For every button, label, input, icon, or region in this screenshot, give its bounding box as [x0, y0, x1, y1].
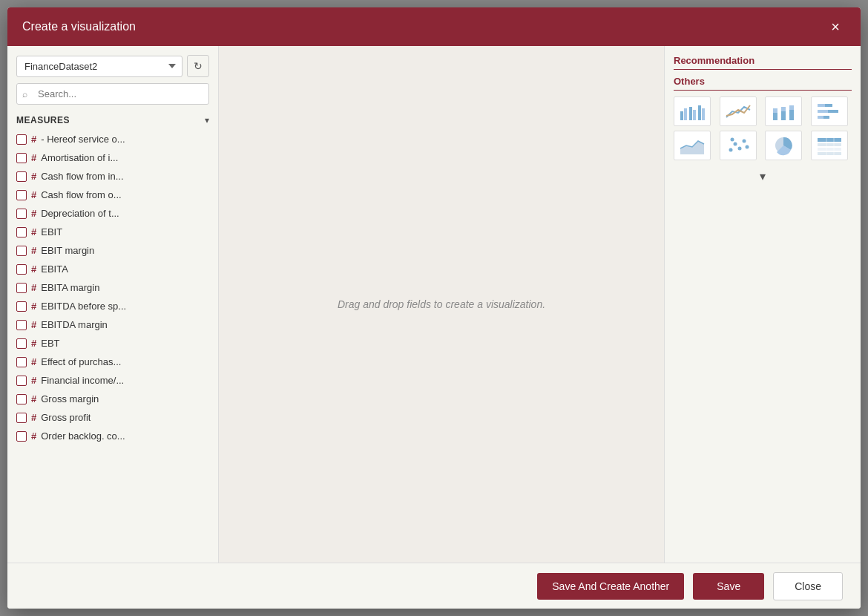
measure-checkbox[interactable]	[16, 357, 27, 367]
list-item[interactable]: # EBITDA margin	[7, 315, 218, 334]
left-panel: FinanceDataset2 ↻ ⌕ MEASURES ▾ # - Hereo…	[7, 46, 219, 563]
svg-rect-3	[693, 110, 696, 120]
svg-rect-8	[781, 111, 786, 120]
measure-checkbox[interactable]	[16, 376, 27, 386]
list-item[interactable]: # EBITDA before sp...	[7, 297, 218, 315]
measure-name: EBIT	[41, 226, 62, 237]
hash-icon: #	[31, 245, 36, 256]
hash-icon: #	[31, 282, 36, 293]
hash-icon: #	[31, 208, 36, 219]
hash-icon: #	[31, 338, 36, 349]
svg-rect-4	[698, 105, 701, 120]
drag-drop-hint: Drag and drop fields to create a visuali…	[338, 298, 545, 310]
svg-rect-0	[680, 111, 683, 120]
measure-name: Amortisation of i...	[41, 152, 118, 163]
hash-icon: #	[31, 226, 36, 237]
search-input[interactable]	[16, 83, 209, 105]
list-item[interactable]: # Gross margin	[7, 390, 218, 408]
measure-checkbox[interactable]	[16, 338, 27, 349]
dataset-selector: FinanceDataset2 ↻	[7, 46, 218, 83]
chevron-down-icon: ▾	[760, 169, 766, 183]
measure-checkbox[interactable]	[16, 320, 27, 330]
measure-checkbox[interactable]	[16, 394, 27, 404]
save-and-create-another-button[interactable]: Save And Create Another	[537, 573, 684, 600]
list-item[interactable]: # EBIT	[7, 223, 218, 241]
recommendation-title: Recommendation	[674, 55, 852, 70]
measure-name: EBT	[41, 338, 59, 349]
list-item[interactable]: # EBIT margin	[7, 241, 218, 260]
svg-rect-13	[818, 104, 825, 107]
list-item[interactable]: # Cash flow from o...	[7, 186, 218, 204]
list-item[interactable]: # - Hereof service o...	[7, 130, 218, 148]
list-item[interactable]: # Depreciation of t...	[7, 204, 218, 223]
list-item[interactable]: # Effect of purchas...	[7, 353, 218, 371]
measure-name: EBITA	[41, 263, 68, 275]
svg-rect-9	[781, 107, 786, 111]
list-item[interactable]: # Gross profit	[7, 408, 218, 427]
measures-header[interactable]: MEASURES ▾	[7, 111, 218, 130]
list-item[interactable]: # Cash flow from in...	[7, 167, 218, 186]
svg-rect-7	[773, 108, 777, 113]
measure-checkbox[interactable]	[16, 431, 27, 442]
list-item[interactable]: # Amortisation of i...	[7, 148, 218, 167]
hash-icon: #	[31, 134, 36, 145]
svg-rect-5	[702, 108, 705, 120]
list-item[interactable]: # Order backlog. co...	[7, 427, 218, 445]
hash-icon: #	[31, 263, 36, 275]
measure-checkbox[interactable]	[16, 171, 27, 182]
svg-rect-26	[818, 138, 841, 142]
chart-type-horizontal-bar[interactable]	[811, 96, 848, 126]
measure-name: Order backlog. co...	[41, 430, 125, 442]
measure-name: Gross profit	[41, 412, 91, 423]
measures-list: # - Hereof service o... # Amortisation o…	[7, 130, 218, 563]
measure-checkbox[interactable]	[16, 227, 27, 237]
hash-icon: #	[31, 375, 36, 386]
center-panel: Drag and drop fields to create a visuali…	[219, 46, 664, 563]
measure-checkbox[interactable]	[16, 301, 27, 312]
chart-type-stacked-bar[interactable]	[765, 96, 802, 126]
svg-point-19	[729, 148, 732, 152]
measures-label: MEASURES	[16, 115, 70, 125]
measure-checkbox[interactable]	[16, 413, 27, 423]
dialog-title: Create a visualization	[22, 20, 136, 33]
measure-checkbox[interactable]	[16, 134, 27, 145]
refresh-button[interactable]: ↻	[187, 55, 209, 77]
close-button[interactable]: Close	[773, 572, 843, 600]
list-item[interactable]: # EBITA margin	[7, 278, 218, 297]
chart-type-line[interactable]	[720, 96, 757, 126]
chart-type-scatter[interactable]	[720, 131, 757, 160]
hash-icon: #	[31, 430, 36, 442]
dialog-body: FinanceDataset2 ↻ ⌕ MEASURES ▾ # - Hereo…	[7, 46, 861, 563]
svg-rect-15	[818, 110, 828, 113]
svg-point-23	[745, 145, 749, 149]
svg-rect-2	[689, 107, 692, 120]
list-item[interactable]: # EBITA	[7, 260, 218, 278]
measure-name: EBIT margin	[41, 245, 94, 256]
dialog-close-button[interactable]: ×	[825, 16, 846, 37]
measure-checkbox[interactable]	[16, 246, 27, 256]
measure-checkbox[interactable]	[16, 153, 27, 163]
chart-type-area[interactable]	[674, 131, 711, 160]
measure-checkbox[interactable]	[16, 190, 27, 200]
measure-name: Effect of purchas...	[41, 356, 121, 367]
dataset-select[interactable]: FinanceDataset2	[16, 56, 183, 77]
hash-icon: #	[31, 393, 36, 404]
hash-icon: #	[31, 171, 36, 182]
measure-checkbox[interactable]	[16, 209, 27, 219]
measure-checkbox[interactable]	[16, 264, 27, 275]
measure-name: EBITA margin	[41, 282, 99, 293]
svg-point-20	[733, 142, 737, 146]
measure-name: Financial income/...	[41, 375, 124, 386]
list-item[interactable]: # EBT	[7, 334, 218, 353]
chart-type-grouped-bar[interactable]	[674, 96, 711, 126]
others-title: Others	[674, 76, 852, 91]
chart-type-table[interactable]	[811, 131, 848, 160]
save-button[interactable]: Save	[693, 573, 764, 600]
svg-point-22	[742, 140, 746, 143]
hash-icon: #	[31, 301, 36, 312]
show-more-button[interactable]: ▾	[674, 169, 852, 183]
create-visualization-dialog: Create a visualization × FinanceDataset2…	[7, 7, 861, 609]
measure-checkbox[interactable]	[16, 283, 27, 293]
chart-type-pie[interactable]	[765, 131, 802, 160]
list-item[interactable]: # Financial income/...	[7, 371, 218, 390]
